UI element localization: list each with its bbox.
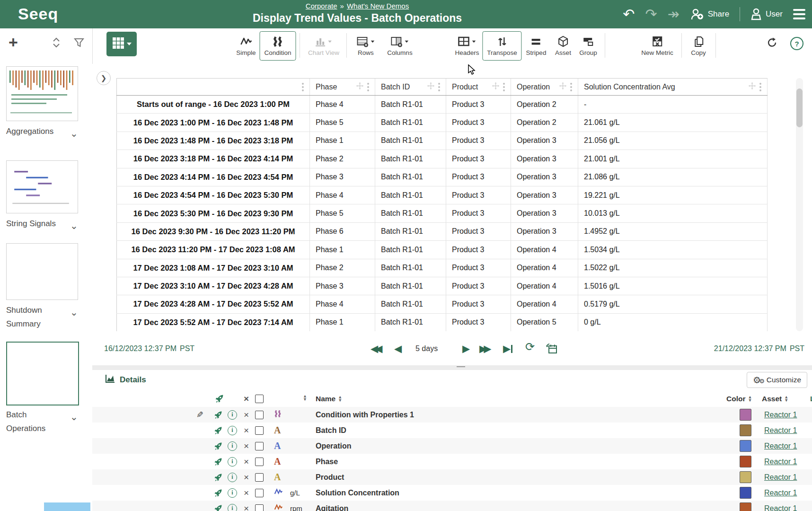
details-row[interactable]: i×AProductReactor 15 (92, 469, 812, 485)
column-menu-icon[interactable] (438, 83, 440, 91)
condition-button[interactable]: Condition (259, 31, 296, 61)
column-header-Batch ID[interactable]: Batch ID (375, 79, 446, 95)
color-swatch[interactable] (740, 438, 751, 454)
column-menu-icon[interactable] (302, 83, 304, 91)
column-header-Product[interactable]: Product (446, 79, 511, 95)
worksheet-thumbnail-batch-operations[interactable] (6, 342, 79, 405)
info-icon[interactable]: i (228, 485, 237, 501)
worksheet-thumbnail-aggregations[interactable] (6, 66, 78, 121)
view-mode-dropdown[interactable] (106, 32, 137, 56)
move-column-icon[interactable] (356, 82, 364, 92)
move-column-icon[interactable] (492, 82, 500, 92)
table-row[interactable]: 16 Dec 2023 5:30 PM - 16 Dec 2023 9:30 P… (116, 204, 768, 222)
rocket-icon[interactable] (213, 407, 223, 423)
expand-collapse-icon[interactable] (51, 37, 62, 50)
share-user-icon[interactable] (690, 8, 704, 20)
column-header-capsule[interactable] (116, 79, 310, 95)
chevron-down-icon[interactable]: ⌄ (70, 411, 78, 423)
select-all-checkbox[interactable] (255, 391, 264, 406)
redo-icon[interactable]: ↷ (645, 7, 657, 21)
simple-button[interactable]: Simple (231, 31, 260, 61)
worksheet-label[interactable]: Summary (6, 319, 41, 329)
asset-link[interactable]: Reactor 1 (764, 501, 797, 511)
sidebar-scrollbar[interactable] (44, 502, 90, 511)
item-name[interactable]: Condition with Properties 1 (316, 407, 414, 423)
details-row[interactable]: ✎i×Condition with Properties 1Reactor 11 (92, 407, 812, 423)
column-header-Solution Concentration Avg[interactable]: Solution Concentration Avg (578, 79, 768, 95)
color-column-header[interactable]: Color ▲▼ (726, 391, 752, 406)
transpose-button[interactable]: Transpose (482, 31, 521, 61)
color-swatch[interactable] (740, 454, 751, 469)
asset-link[interactable]: Reactor 1 (764, 407, 797, 423)
remove-all-icon[interactable]: × (244, 391, 249, 406)
rocket-icon[interactable] (213, 469, 223, 485)
table-row[interactable]: 16 Dec 2023 1:00 PM - 16 Dec 2023 1:48 P… (116, 114, 768, 132)
striped-button[interactable]: Striped (521, 31, 551, 61)
remove-item-icon[interactable]: × (244, 407, 249, 423)
table-row[interactable]: 17 Dec 2023 5:52 AM - 17 Dec 2023 7:14 A… (116, 314, 768, 332)
column-menu-icon[interactable] (570, 83, 572, 91)
table-row[interactable]: 16 Dec 2023 4:54 PM - 16 Dec 2023 5:30 P… (116, 186, 768, 204)
rocket-icon[interactable] (213, 423, 223, 438)
step-back-icon[interactable]: ◀ (394, 343, 402, 355)
info-icon[interactable]: i (228, 438, 237, 454)
item-checkbox[interactable] (255, 423, 264, 438)
column-menu-icon[interactable] (503, 83, 505, 91)
worksheet-label[interactable]: Operations (6, 424, 45, 433)
item-name[interactable]: Product (316, 469, 344, 485)
asset-button[interactable]: Asset (550, 31, 576, 61)
details-row[interactable]: i×APhaseReactor 14 (92, 454, 812, 469)
customize-button[interactable]: ⚙⚙ Customize (747, 372, 807, 388)
table-row[interactable]: 17 Dec 2023 4:28 AM - 17 Dec 2023 5:52 A… (116, 295, 768, 313)
user-menu-button[interactable]: User (766, 9, 783, 19)
table-row[interactable]: Starts out of range - 16 Dec 2023 1:00 P… (116, 96, 768, 114)
table-row[interactable]: 16 Dec 2023 11:20 PM - 17 Dec 2023 1:08 … (116, 241, 768, 259)
asset-column-header[interactable]: Asset ▲▼ (762, 391, 788, 406)
table-row[interactable]: 17 Dec 2023 1:08 AM - 17 Dec 2023 3:10 A… (116, 259, 768, 277)
details-row[interactable]: i×g/LSolution ConcentrationReactor 16 (92, 485, 812, 501)
copy-button[interactable]: Copy (686, 31, 711, 61)
chevron-down-icon[interactable]: ⌄ (70, 220, 78, 231)
move-column-icon[interactable] (559, 82, 567, 92)
remove-item-icon[interactable]: × (244, 469, 249, 485)
item-name[interactable]: Phase (316, 454, 338, 469)
rocket-icon[interactable] (213, 501, 223, 511)
details-row[interactable]: i×rpmAgitationReactor 17 (92, 501, 812, 511)
details-row[interactable]: i×ABatch IDReactor 12 (92, 423, 812, 438)
remove-item-icon[interactable]: × (244, 485, 249, 501)
asset-link[interactable]: Reactor 1 (764, 454, 797, 469)
sort-color-icon[interactable]: ▲▼ (748, 396, 752, 402)
share-forward-icon[interactable]: ↠ (668, 7, 680, 21)
color-swatch[interactable] (740, 501, 751, 511)
rocket-icon[interactable] (213, 454, 223, 469)
collapse-panel-icon[interactable]: ❯ (97, 71, 111, 85)
undo-icon[interactable]: ↶ (623, 7, 635, 21)
worksheet-thumbnail-shutdown-summary[interactable] (6, 243, 78, 300)
range-start[interactable]: 16/12/2023 12:37 PMPST (104, 344, 194, 353)
column-header-Phase[interactable]: Phase (310, 79, 375, 95)
columns-button[interactable]: Columns (382, 31, 417, 61)
item-name[interactable]: Solution Concentration (316, 485, 399, 501)
fast-forward-icon[interactable]: ▶▶ (479, 343, 488, 355)
asset-link[interactable]: Reactor 1 (764, 438, 797, 454)
info-icon[interactable]: i (228, 469, 237, 485)
remove-item-icon[interactable]: × (244, 438, 249, 454)
asset-link[interactable]: Reactor 1 (764, 423, 797, 438)
seeq-logo[interactable]: Seeq (18, 5, 58, 23)
item-checkbox[interactable] (255, 407, 264, 423)
item-checkbox[interactable] (255, 485, 264, 501)
skip-to-end-icon[interactable]: ▶ (503, 343, 512, 355)
table-row[interactable]: 16 Dec 2023 9:30 PM - 16 Dec 2023 11:20 … (116, 223, 768, 241)
breadcrumb-corporate[interactable]: Corporate (306, 2, 337, 10)
table-scrollbar[interactable] (796, 78, 803, 331)
table-row[interactable]: 16 Dec 2023 4:14 PM - 16 Dec 2023 4:54 P… (116, 168, 768, 186)
filter-funnel-icon[interactable] (74, 37, 84, 50)
sort-name-icon[interactable]: ▲▼ (338, 396, 342, 402)
item-name[interactable]: Agitation (316, 501, 348, 511)
chart-view-button[interactable]: Chart View (303, 31, 344, 61)
refresh-icon[interactable] (767, 37, 778, 50)
group-button[interactable]: Group (574, 31, 602, 61)
edit-pencil-icon[interactable]: ✎ (196, 407, 203, 423)
share-button[interactable]: Share (708, 9, 729, 19)
headers-button[interactable]: Headers (450, 31, 484, 61)
